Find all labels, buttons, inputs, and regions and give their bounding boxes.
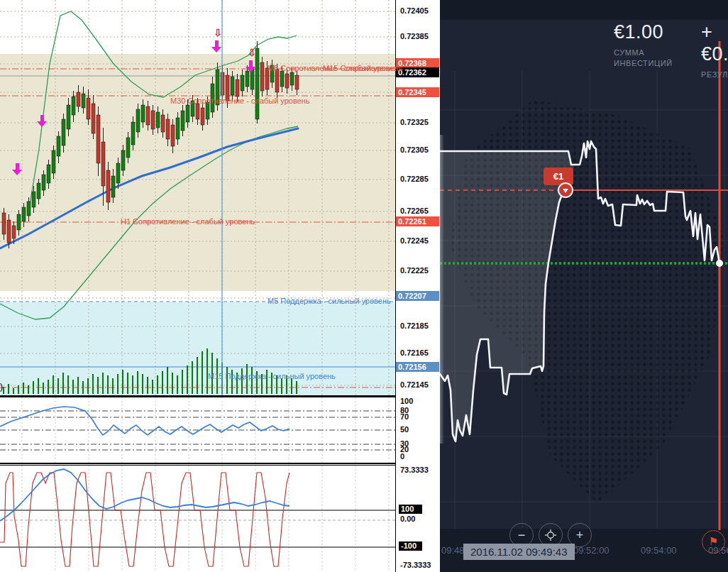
price-tick: 0.72285 <box>400 175 429 183</box>
candle <box>161 115 165 132</box>
level-label: М5 Поддержка - сильный уровень <box>268 297 391 305</box>
oscillator1-scale-tick: 100 <box>400 397 413 405</box>
oscillator-pane-1[interactable] <box>0 397 395 464</box>
oscillator1-scale-tick: 50 <box>400 425 409 434</box>
level-label: М15 Сопротивление <box>323 64 397 72</box>
investment-amount: €1.00 <box>614 21 673 43</box>
investment-label: СУММА ИНВЕСТИЦИЙ <box>614 48 673 70</box>
result-amount: +€0. <box>701 21 728 65</box>
candle <box>201 108 204 125</box>
oscillator2-scale-tick: 100 <box>399 505 422 514</box>
candle <box>156 112 160 128</box>
price-tick: 0.72245 <box>400 236 429 245</box>
candle <box>62 119 65 145</box>
candle <box>295 75 299 89</box>
price-tick: 0.72145 <box>400 380 429 389</box>
oscillator2-scale-tick: 0.00 <box>400 515 415 523</box>
candle <box>57 136 60 156</box>
candle <box>101 142 105 186</box>
current-price-dot <box>716 260 723 267</box>
oscillator2-scale-tick: -100 <box>399 541 422 551</box>
indicator-name-partial: ) <box>0 382 3 392</box>
oscillator-pane-2[interactable] <box>0 465 395 572</box>
candle <box>52 150 55 173</box>
price-tick: 0.72305 <box>400 145 429 154</box>
candle <box>146 106 150 125</box>
trade-entry-marker <box>558 182 573 198</box>
candle <box>231 77 234 95</box>
price-highlight-label: 0.72156 <box>396 362 439 372</box>
minus-icon: − <box>518 528 526 542</box>
trade-amount-text: €1 <box>553 171 563 182</box>
candle <box>67 105 70 129</box>
oscillator2-scale-tick: 73.3333 <box>400 466 429 474</box>
candle <box>106 170 110 202</box>
datetime-tooltip: 2016.11.02 09:49:43 <box>463 544 575 560</box>
target-icon <box>545 529 556 541</box>
candle <box>87 98 90 119</box>
candle <box>141 105 145 122</box>
expiry-flag-icon: ⚑ <box>702 530 725 554</box>
price-tick: 0.72165 <box>400 348 429 357</box>
candle <box>186 105 189 122</box>
candle <box>151 111 155 129</box>
options-chart-svg[interactable] <box>440 0 728 572</box>
candle <box>27 202 31 216</box>
oscillator1-scale-tick: 70 <box>400 412 409 421</box>
price-area-fill <box>440 151 575 441</box>
candle <box>181 111 184 131</box>
candle <box>171 125 175 146</box>
sell-signal-outline-arrow-icon: ⇩ <box>248 47 256 58</box>
level-label: М30 Сопротивление - слабый уровень <box>170 97 310 105</box>
candle <box>32 192 35 207</box>
candle <box>176 118 180 139</box>
price-highlight-label: 0.72345 <box>396 87 439 97</box>
candle <box>236 79 239 97</box>
candle <box>246 71 249 87</box>
candle <box>37 183 40 199</box>
price-highlight-label: 0.72207 <box>396 291 439 301</box>
price-tick: 0.72385 <box>400 32 429 40</box>
investment-block: €1.00 СУММА ИНВЕСТИЦИЙ <box>614 21 673 70</box>
sell-signal-arrow-icon <box>40 115 44 121</box>
price-tick: 0.72405 <box>400 6 429 15</box>
candle <box>2 213 6 234</box>
candle <box>12 226 16 238</box>
oscillator1-svg <box>0 397 395 463</box>
level-label: М15 Поддержка - сильный уровень <box>208 372 336 380</box>
oscillator2-scale-tick: -73.3333 <box>400 561 431 569</box>
trading-workspace: М5 Сопротивление - слабый уровеньМ15 Соп… <box>0 0 728 572</box>
left-edge-glow <box>440 135 444 444</box>
candle <box>121 150 125 170</box>
price-highlight-label: 0.72261 <box>396 216 439 226</box>
candle <box>196 104 199 119</box>
candle <box>275 70 279 92</box>
price-tick: 0.72265 <box>400 207 429 215</box>
result-block: +€0. РЕЗУЛ <box>701 21 728 80</box>
candle <box>82 94 85 108</box>
candle <box>96 115 100 163</box>
candle <box>260 62 264 91</box>
mt4-chart-panel: М5 Сопротивление - слабый уровеньМ15 Соп… <box>0 0 440 572</box>
oscillator2-svg <box>0 466 395 572</box>
candle <box>285 74 289 88</box>
candle <box>166 119 170 139</box>
time-label: 09:48 <box>441 545 465 556</box>
candle <box>131 122 135 145</box>
plus-icon: + <box>576 528 584 542</box>
candlestick-chart[interactable]: М5 Сопротивление - слабый уровеньМ15 Соп… <box>0 0 395 397</box>
oscillator2-red-line <box>0 473 289 566</box>
main-chart-svg <box>0 0 395 395</box>
price-tick: 0.72185 <box>400 321 429 330</box>
level-label: Н1 Сопротивление - слабый уровень <box>121 217 255 226</box>
binary-options-panel: €1.00 СУММА ИНВЕСТИЦИЙ +€0. РЕЗУЛ €1 ⚑ − <box>440 0 728 572</box>
candle <box>7 220 11 243</box>
candle <box>47 165 50 183</box>
candle <box>126 138 130 158</box>
candle <box>111 176 115 197</box>
sell-signal-arrow-icon <box>249 60 253 67</box>
result-label: РЕЗУЛ <box>701 70 728 80</box>
candle <box>42 175 45 190</box>
oscillator2-blue-line <box>0 469 289 521</box>
sell-signal-arrow-icon <box>16 163 19 170</box>
